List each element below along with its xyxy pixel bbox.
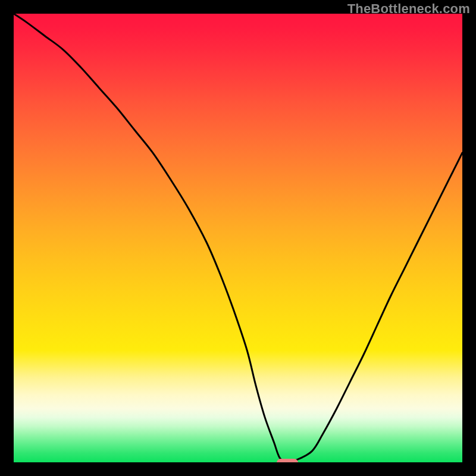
plot-area	[14, 14, 462, 462]
optimum-marker	[277, 459, 298, 463]
bottleneck-curve	[14, 14, 462, 462]
chart-stage: TheBottleneck.com	[0, 0, 476, 476]
watermark-text: TheBottleneck.com	[347, 1, 470, 17]
